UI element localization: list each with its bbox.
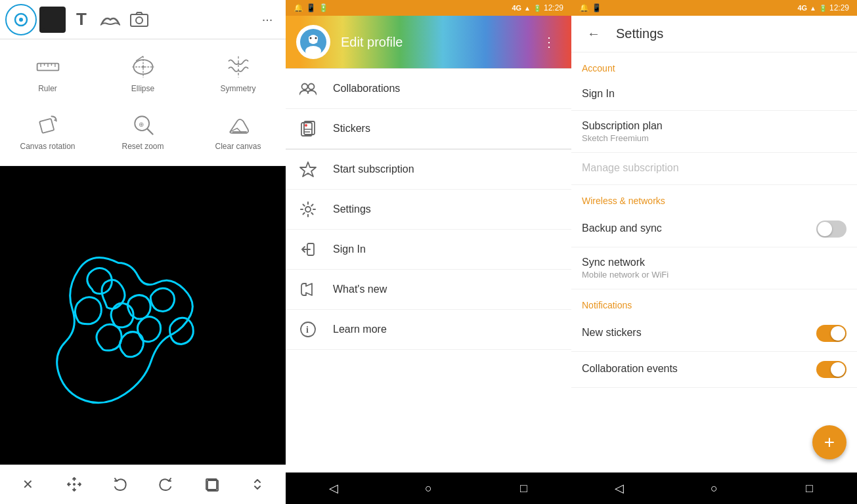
svg-point-32 [309,84,315,90]
ellipse-label: Ellipse [131,84,154,93]
menu-header-title: Edit profile [341,35,403,50]
collaboration-events-title: Collaboration events [582,363,678,375]
nav-home-btn[interactable]: ○ [413,472,445,504]
text-tool-btn[interactable]: T [68,7,95,33]
svg-rect-2 [131,14,148,26]
move-btn[interactable] [61,471,87,497]
settings-network-label: 4G [797,4,807,12]
menu-status-bar: 🔔 📱 🔋 4G ▲ 🔋 12:29 [286,0,571,16]
expand-btn[interactable] [244,471,271,497]
menu-list: Collaborations Stickers Start subscripti… [286,68,571,472]
whats-new-label: What's new [333,284,387,295]
drawing-panel: T ··· Ruler [0,0,286,504]
menu-item-whats-new[interactable]: What's new [286,270,571,310]
undo-btn[interactable] [107,471,133,497]
ellipse-tool[interactable]: Ellipse [95,45,190,102]
new-stickers-toggle[interactable] [816,325,846,342]
symmetry-tool[interactable]: Symmetry [190,45,286,102]
canvas-rotation-tool[interactable]: Canvas rotation [0,102,95,160]
settings-nav-back-btn[interactable]: ◁ [604,472,635,504]
sync-network-title: Sync network [582,257,846,268]
collaborations-label: Collaborations [333,83,400,94]
settings-status-icons-right: 4G ▲ 🔋 12:29 [797,3,849,12]
settings-nav-recents-btn[interactable]: □ [794,472,825,504]
settings-nav-home-btn[interactable]: ○ [699,472,730,504]
reset-zoom-tool[interactable]: ⊕ Reset zoom [95,102,190,160]
settings-backup-sync[interactable]: Backup and sync [571,211,857,247]
settings-subscription-plan[interactable]: Subscription plan Sketch Freemium [571,111,857,153]
svg-point-39 [305,207,311,212]
settings-manage-subscription: Manage subscription [571,153,857,185]
pen-tool-btn[interactable] [5,4,37,35]
settings-collaboration-events[interactable]: Collaboration events [571,352,857,388]
learn-more-icon: i [299,320,317,339]
new-stickers-knob [831,326,845,341]
backup-sync-toggle[interactable] [816,220,846,238]
tools-grid: Ruler Ellipse Symmetry [0,39,286,166]
settings-title: Settings [616,26,663,41]
menu-item-settings[interactable]: Settings [286,190,571,230]
settings-panel: 🔔 📱 4G ▲ 🔋 12:29 ← Settings Account Sign… [571,0,857,504]
settings-sync-network[interactable]: Sync network Mobile network or WiFi [571,247,857,289]
svg-point-35 [305,124,307,127]
settings-status-bar: 🔔 📱 4G ▲ 🔋 12:29 [571,0,857,16]
subscription-plan-title: Subscription plan [582,120,846,132]
layers-btn[interactable] [198,471,225,497]
settings-back-button[interactable]: ← [582,22,605,46]
stamp-tool-btn[interactable] [97,7,123,33]
settings-sign-in[interactable]: Sign In [571,79,857,111]
nav-back-btn[interactable]: ◁ [318,472,349,504]
canvas-rotation-label: Canvas rotation [20,142,75,151]
photo-tool-btn[interactable] [126,7,152,33]
clear-canvas-label: Clear canvas [215,142,261,151]
drawing-toolbar-bottom: ✕ [0,465,286,504]
menu-panel: 🔔 📱 🔋 4G ▲ 🔋 12:29 [286,0,571,504]
backup-sync-knob [818,222,832,236]
settings-header: ← Settings [571,16,857,52]
settings-new-stickers[interactable]: New stickers [571,316,857,352]
new-stickers-title: New stickers [582,327,642,339]
sign-in-label: Sign In [333,243,366,255]
color-swatch[interactable] [39,7,66,33]
svg-point-1 [19,18,23,22]
ruler-tool[interactable]: Ruler [0,45,95,102]
menu-item-start-subscription[interactable]: Start subscription [286,150,571,190]
backup-sync-title: Backup and sync [582,222,662,234]
ruler-label: Ruler [38,84,57,93]
menu-item-sign-in[interactable]: Sign In [286,230,571,270]
clear-canvas-tool[interactable]: Clear canvas [190,102,286,160]
settings-nav-bar: ◁ ○ □ [571,472,857,504]
menu-time: 12:29 [544,3,563,12]
menu-status-icons-right: 4G ▲ 🔋 12:29 [512,3,563,12]
redo-btn[interactable] [152,471,179,497]
learn-more-label: Learn more [333,324,387,335]
svg-point-31 [302,84,308,90]
menu-item-stickers[interactable]: Stickers [286,109,571,149]
svg-point-29 [310,37,312,39]
svg-marker-38 [300,162,316,177]
close-btn[interactable]: ✕ [15,471,41,497]
settings-label: Settings [333,203,371,215]
menu-more-button[interactable]: ⋮ [537,30,561,54]
collaboration-events-toggle[interactable] [816,361,846,378]
reset-zoom-label: Reset zoom [121,142,164,151]
fab-button[interactable]: + [812,425,846,459]
menu-item-collaborations[interactable]: Collaborations [286,69,571,109]
canvas-svg [0,166,286,465]
drawing-toolbar-top: T ··· [0,0,286,39]
svg-point-14 [142,66,144,68]
svg-point-30 [315,37,317,39]
svg-line-18 [147,129,152,134]
more-tools-btn[interactable]: ··· [254,7,280,33]
symmetry-label: Symmetry [221,84,256,93]
nav-recents-btn[interactable]: □ [508,472,540,504]
svg-rect-16 [39,119,54,133]
svg-text:i: i [306,325,309,335]
canvas-area[interactable] [0,166,286,465]
start-subscription-icon [299,160,317,178]
whats-new-icon [299,280,317,299]
notifications-section-header: Notifications [571,289,857,316]
menu-item-learn-more[interactable]: i Learn more [286,310,571,350]
settings-list: Account Sign In Subscription plan Sketch… [571,52,857,472]
menu-avatar[interactable] [296,25,330,59]
